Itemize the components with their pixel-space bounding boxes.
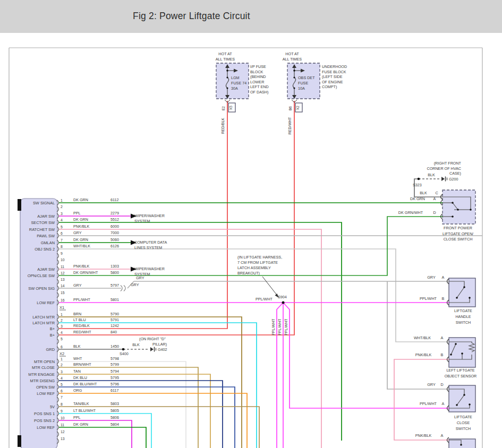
pin-number: 13	[61, 278, 65, 281]
wire-color-label: TAN/BLK	[73, 401, 89, 406]
wire-color-label: GRY	[73, 230, 82, 235]
diagram-label: 30A	[231, 86, 238, 91]
diagram-label: GRY	[427, 382, 436, 387]
pin-function-label: OPN/CLSE SW	[28, 273, 55, 278]
wire-color-label: DK GRN/WHT	[73, 270, 98, 275]
diagram-label: BREAKOUT)	[237, 271, 260, 275]
circuit-number-label: 840	[110, 330, 117, 334]
pin-number: 2	[61, 205, 63, 209]
front-sw-dot1	[452, 202, 454, 204]
circuit-number-label: 5795	[110, 375, 119, 380]
diagram-label: X5	[229, 106, 233, 110]
pin-function-label: LOW REF	[37, 391, 55, 396]
pin-function-label: AJAR SW	[37, 267, 55, 272]
ground-g402-tri	[150, 347, 154, 351]
circuit-number-label: 5801	[110, 297, 119, 302]
pin-function-label: 5V	[50, 404, 55, 409]
diagram-label: PILLAR)	[152, 342, 167, 347]
pin-function-label: GMLAN	[41, 240, 55, 245]
pin-function-label: AJAR SW	[37, 214, 55, 219]
pin-number: 8	[61, 245, 63, 248]
diagram-label: PNK/BLK	[415, 352, 432, 357]
wire-color-label: TAN	[73, 369, 81, 374]
circuit-number-label: 5799	[110, 362, 119, 367]
diagram-label: PPL/WHT	[278, 318, 282, 335]
diagram-label: OBJECT SENSOR	[445, 374, 477, 378]
pin-number: 7	[61, 395, 63, 399]
diagram-label: (LEFT SIDE	[322, 74, 343, 79]
handle-sw-dot3	[469, 297, 471, 299]
diagram-label: PPL/WHT	[420, 296, 437, 301]
pin-function-label: OPEN SW	[36, 385, 55, 390]
wire-color-label: DK GRN	[73, 422, 88, 427]
connector-tab	[18, 435, 21, 447]
diagram-label: D	[440, 382, 443, 387]
diagram-label: ALL TIMES	[216, 57, 235, 62]
pin-number: 5	[61, 337, 63, 341]
pin-number: 9	[61, 409, 63, 413]
circuit-number-label: 5060	[110, 237, 119, 242]
diagram-label: LIFTGATE OPEN/	[443, 231, 473, 236]
diagram-label: SWITCH	[456, 426, 471, 431]
circuit-number-label: 5804	[110, 422, 119, 427]
pin-number: 15	[61, 291, 65, 295]
diagram-label: WIPER/WASHER	[134, 213, 165, 218]
diagram-label: I/P FUSE	[250, 64, 266, 69]
diagram-label: CLOSE SWITCH	[444, 237, 473, 242]
diagram-label: FUSE	[298, 81, 308, 85]
diagram-label: A	[441, 335, 444, 340]
pin-function-label: SECTOR SW	[31, 220, 55, 225]
diagram-label: DK GRN	[410, 196, 425, 201]
diagram-label: LEFT END	[250, 84, 269, 89]
diagram-label: SYSTEM	[134, 272, 150, 277]
pin-number: 10	[61, 258, 65, 262]
circuit-number-label: 1303	[110, 264, 119, 269]
pin-function-label: SW SIGNAL	[33, 201, 55, 205]
diagram-label: S323	[413, 183, 422, 187]
diagram-label: E2	[222, 106, 225, 110]
wire-color-label: BLK	[73, 344, 81, 349]
diagram-label: RED/WHT	[288, 117, 292, 134]
power-liftgate-circuit-diagram: HOT ATALL TIMESLGMFUSE 7430AI/P FUSEBLOC…	[0, 0, 502, 448]
pin-function-label: LATCH MTR	[32, 321, 55, 325]
wire-color-label: PNK/BLK	[73, 264, 90, 269]
diagram-label: B	[441, 352, 444, 357]
diagram-label: LGM	[231, 75, 240, 80]
circuit-number-label: 1242	[110, 323, 119, 328]
object-dot2	[450, 354, 452, 356]
fuse1-branch-dot	[226, 70, 228, 72]
circuit-number-label: 5791	[110, 317, 119, 322]
diagram-label: 10A	[298, 86, 305, 91]
pin-number: 12	[61, 271, 65, 275]
circuit-number-label: 5797	[110, 283, 119, 288]
diagram-label: (RIGHT FRONT	[434, 161, 462, 166]
ground-g200-tri	[441, 177, 445, 181]
pin-number: 4	[61, 376, 63, 380]
wire-color-label: DK BLU	[73, 375, 87, 380]
diagram-label: WHT/BLK	[414, 335, 431, 340]
pin-function-label: B+	[50, 333, 55, 338]
pin-number: 10	[61, 416, 65, 420]
diagram-label: G200	[449, 177, 458, 182]
pin-function-label: POS SNS 1	[34, 411, 55, 416]
diagram-label: COMPT)	[322, 84, 337, 89]
diagram-label: UNDERHOOD	[322, 64, 347, 69]
diagram-label: PPL/WHT	[420, 401, 437, 406]
connector-section-label: X1	[59, 305, 64, 310]
circuit-number-label: 5790	[110, 312, 119, 316]
fuse2-dot-b	[293, 87, 295, 89]
circuit-number-label: 6112	[110, 197, 118, 202]
diagram-label: COMPUTER DATA	[134, 240, 167, 245]
diagram-label: FUSE 74	[231, 81, 246, 85]
wire-color-label: RED/BLK	[73, 323, 90, 328]
pin-function-label: LOW REF	[37, 300, 55, 305]
wire-color-label: ORG	[73, 388, 82, 393]
pin-function-label: B+	[50, 326, 55, 331]
front-sw-dot4	[470, 209, 472, 211]
pin-number: 1	[61, 313, 63, 316]
wire-color-label: BRN	[73, 312, 81, 316]
diagram-label: FUSE BLOCK	[322, 70, 346, 74]
pin-number: 12	[61, 430, 65, 434]
pin-number: 3	[61, 370, 63, 374]
pin-number: 2	[61, 363, 63, 367]
